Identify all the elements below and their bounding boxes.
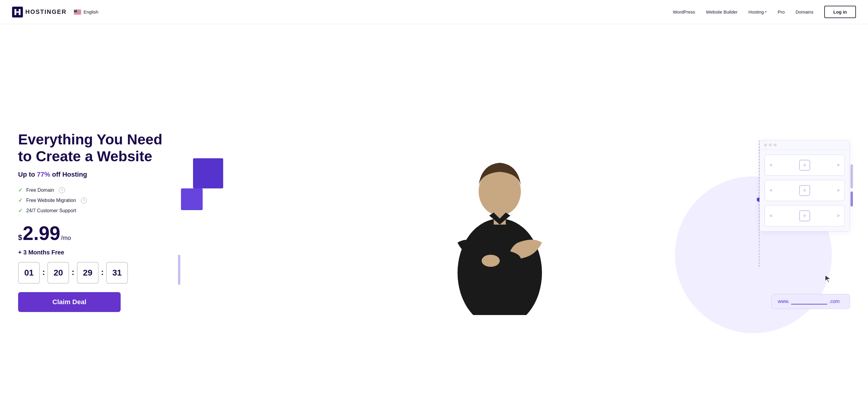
widget-arrow-right-1[interactable]: > (837, 162, 840, 168)
url-bar: www. .com (772, 294, 850, 309)
countdown-minutes: 20 (48, 262, 69, 284)
svg-point-17 (76, 10, 76, 10)
nav-pro[interactable]: Pro (777, 9, 784, 14)
person-svg (442, 146, 557, 315)
widget-arrow-left-1[interactable]: < (770, 162, 772, 168)
feature-label-1: Free Domain (26, 188, 54, 193)
nav-wordpress[interactable]: WordPress (673, 9, 695, 14)
language-selector[interactable]: English (74, 9, 98, 14)
hero-right: < + > < + > < + (169, 128, 856, 315)
countdown-seconds: 29 (77, 262, 99, 284)
widget-arrow-left-3[interactable]: < (770, 213, 772, 219)
check-icon-1: ✓ (18, 187, 23, 194)
hero-section: Everything You Need to Create a Website … (0, 24, 868, 413)
widget-arrow-right-2[interactable]: > (837, 188, 840, 193)
countdown-timer: 01 : 20 : 29 : 31 (18, 262, 169, 284)
feature-label-2: Free Website Migration (26, 198, 76, 203)
countdown-frames: 31 (106, 262, 128, 284)
cursor-svg (825, 275, 832, 283)
brand-name: HOSTINGER (25, 8, 67, 15)
browser-mockup: < + > < + > < + (760, 140, 850, 231)
price-amount: 2.99 (23, 224, 60, 243)
widget-card-3: < + > (765, 205, 845, 226)
svg-point-12 (75, 10, 76, 10)
claim-deal-button[interactable]: Claim Deal (18, 292, 121, 312)
widget-plus-3: + (799, 211, 810, 221)
browser-dot-3 (774, 144, 777, 147)
price-period: /mo (61, 234, 71, 242)
feature-website-migration: ✓ Free Website Migration ? (18, 197, 169, 204)
hero-title: Everything You Need to Create a Website (18, 131, 169, 164)
countdown-seconds-block: 29 (77, 262, 99, 284)
language-label: English (84, 9, 98, 14)
us-flag-icon (74, 10, 81, 14)
navbar-left: HOSTINGER En (12, 7, 98, 18)
info-icon-2[interactable]: ? (81, 197, 87, 203)
widget-plus-1: + (799, 160, 810, 171)
svg-point-15 (75, 10, 75, 10)
countdown-hours: 01 (18, 262, 40, 284)
svg-rect-6 (74, 13, 81, 13)
countdown-sep-2: : (71, 267, 74, 277)
price-bonus: + 3 Months Free (18, 249, 169, 256)
svg-point-16 (75, 10, 76, 10)
hero-subtitle: Up to 77% off Hosting (18, 171, 169, 179)
widget-card-1: < + > (765, 155, 845, 176)
countdown-frames-block: 31 (106, 262, 128, 284)
nav-domains[interactable]: Domains (796, 9, 813, 14)
browser-dot-2 (769, 144, 772, 147)
price-dollar: $ (18, 233, 22, 242)
svg-point-22 (482, 255, 500, 267)
vertical-bar-left (178, 255, 180, 285)
widget-card-2: < + > (765, 180, 845, 201)
vertical-bar-right-bottom (850, 191, 853, 206)
url-domain-input (791, 298, 827, 305)
svg-point-10 (74, 10, 75, 10)
browser-dot-1 (764, 144, 767, 147)
countdown-minutes-block: 20 (48, 262, 69, 284)
url-prefix: www. (778, 299, 789, 304)
cursor-icon (825, 275, 832, 285)
purple-square-large (193, 158, 223, 188)
widget-arrow-right-3[interactable]: > (837, 213, 840, 219)
nav-website-builder[interactable]: Website Builder (706, 9, 738, 14)
vertical-bar-right-top (850, 164, 853, 188)
logo[interactable]: HOSTINGER (12, 7, 67, 18)
svg-point-11 (75, 10, 75, 10)
price-main: $ 2.99 /mo (18, 224, 169, 243)
browser-bar (760, 140, 849, 150)
hosting-chevron-icon: ▾ (765, 10, 767, 14)
nav-hosting[interactable]: Hosting ▾ (749, 9, 767, 14)
info-icon-1[interactable]: ? (59, 187, 65, 193)
hero-left: Everything You Need to Create a Website … (18, 131, 169, 312)
navbar: HOSTINGER En (0, 0, 868, 24)
check-icon-3: ✓ (18, 208, 23, 214)
url-suffix: .com (829, 299, 840, 304)
browser-content: < + > < + > < + (760, 150, 849, 231)
countdown-hours-block: 01 (18, 262, 40, 284)
countdown-sep-3: : (101, 267, 104, 277)
price-block: $ 2.99 /mo (18, 224, 169, 243)
feature-support: ✓ 24/7 Customer Support (18, 208, 169, 214)
svg-point-9 (74, 10, 74, 10)
subtitle-prefix: Up to (18, 171, 37, 178)
widget-arrow-left-2[interactable]: < (770, 188, 772, 193)
feature-free-domain: ✓ Free Domain ? (18, 187, 169, 194)
hostinger-logo-icon (12, 7, 23, 18)
subtitle-highlight: 77% (37, 171, 50, 178)
subtitle-suffix: off Hosting (50, 171, 87, 178)
check-icon-2: ✓ (18, 197, 23, 204)
svg-point-14 (74, 10, 75, 10)
feature-label-3: 24/7 Customer Support (26, 208, 76, 214)
svg-rect-5 (74, 12, 81, 12)
purple-square-small (181, 188, 203, 210)
navbar-nav: WordPress Website Builder Hosting ▾ Pro … (673, 6, 856, 18)
person-illustration (436, 140, 563, 315)
widget-plus-2: + (799, 185, 810, 196)
features-list: ✓ Free Domain ? ✓ Free Website Migration… (18, 187, 169, 214)
login-button[interactable]: Log in (824, 6, 856, 18)
countdown-sep-1: : (42, 267, 45, 277)
svg-rect-7 (74, 13, 81, 14)
